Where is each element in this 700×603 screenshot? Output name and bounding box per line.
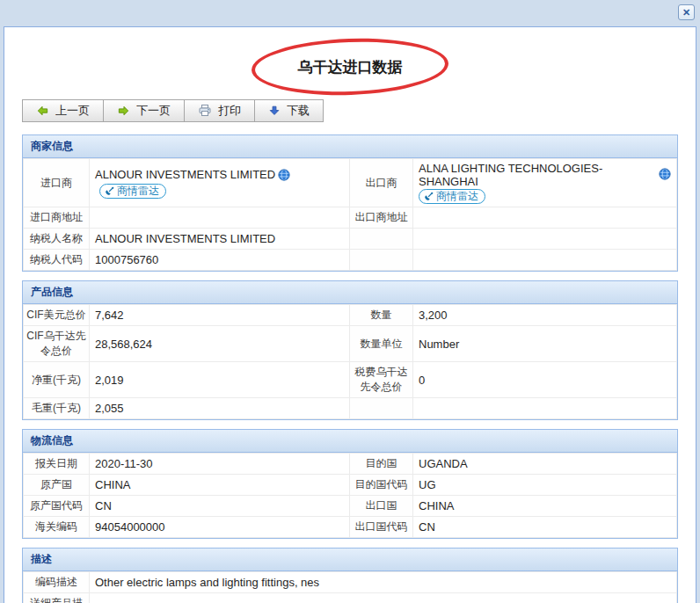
prev-page-label: 上一页 (55, 103, 90, 119)
hs-code-value: 94054000000 (90, 517, 350, 538)
empty-cell (413, 250, 677, 271)
exporter-value: ALNA LIGHTING TECHNOLOGIES-SHANGHAI (419, 162, 656, 188)
code-description-label: 编码描述 (24, 572, 90, 593)
origin-code-value: CN (90, 496, 350, 517)
section-merchant-header: 商家信息 (23, 135, 677, 158)
empty-cell (350, 398, 413, 419)
dialog-panel: 乌干达进口数据 上一页 下一页 打印 下载 商家信息 进口商 ALNOUR IN… (4, 26, 696, 603)
empty-cell (413, 229, 677, 250)
section-description: 描述 编码描述 Other electric lamps and lightin… (22, 548, 678, 603)
page-title: 乌干达进口数据 (298, 57, 403, 77)
section-product: 产品信息 CIF美元总价 7,642 数量 3,200 CIF乌干达先令总价 2… (22, 280, 678, 420)
quantity-unit-value: Number (413, 326, 677, 362)
table-row: 纳税人名称 ALNOUR INVESTMENTS LIMITED (24, 229, 677, 250)
table-row: CIF美元总价 7,642 数量 3,200 (24, 305, 677, 326)
export-code-label: 出口国代码 (350, 517, 413, 538)
quantity-label: 数量 (350, 305, 413, 326)
section-product-header: 产品信息 (23, 281, 677, 304)
cif-usd-value: 7,642 (90, 305, 350, 326)
hs-code-label: 海关编码 (24, 517, 90, 538)
blue-down-arrow-icon (268, 105, 281, 117)
empty-cell (350, 250, 413, 271)
origin-country-label: 原产国 (24, 475, 90, 496)
table-row: CIF乌干达先令总价 28,568,624 数量单位 Number (24, 326, 677, 362)
empty-cell (413, 398, 677, 419)
radar-badge[interactable]: 商情雷达 (99, 184, 166, 199)
green-left-arrow-icon (36, 105, 49, 118)
export-country-label: 出口国 (350, 496, 413, 517)
title-zone: 乌干达进口数据 (4, 41, 696, 92)
table-row: 原产国 CHINA 目的国代码 UG (24, 475, 677, 496)
dest-country-value: UGANDA (413, 454, 677, 475)
empty-cell (350, 229, 413, 250)
importer-value-cell: ALNOUR INVESTMENTS LIMITED商情雷达 (90, 159, 350, 207)
section-description-header: 描述 (23, 549, 677, 571)
close-button[interactable]: ✕ (678, 4, 695, 20)
table-row: 纳税人代码 1000756760 (24, 250, 677, 271)
close-icon: ✕ (682, 7, 690, 18)
table-row: 净重(千克) 2,019 税费乌干达先令总价 0 (24, 362, 677, 398)
importer-value: ALNOUR INVESTMENTS LIMITED (95, 168, 275, 181)
detail-description-label: 详细产品描述 (24, 593, 90, 603)
radar-badge[interactable]: 商情雷达 (419, 189, 485, 204)
taxpayer-name-value: ALNOUR INVESTMENTS LIMITED (90, 229, 350, 250)
satellite-dish-icon (423, 191, 434, 202)
radar-label: 商情雷达 (117, 184, 159, 199)
section-logistics: 物流信息 报关日期 2020-11-30 目的国 UGANDA 原产国 CHIN… (22, 429, 678, 539)
exporter-value-cell: ALNA LIGHTING TECHNOLOGIES-SHANGHAI 商情雷达 (413, 159, 677, 207)
tax-ugx-label: 税费乌干达先令总价 (350, 362, 413, 398)
origin-country-value: CHINA (90, 475, 350, 496)
next-page-button[interactable]: 下一页 (103, 99, 185, 122)
declare-date-label: 报关日期 (24, 454, 90, 475)
dest-code-value: UG (413, 475, 677, 496)
quantity-value: 3,200 (413, 305, 677, 326)
product-table: CIF美元总价 7,642 数量 3,200 CIF乌干达先令总价 28,568… (23, 304, 677, 419)
toolbar: 上一页 下一页 打印 下载 (22, 99, 696, 122)
quantity-unit-label: 数量单位 (350, 326, 413, 362)
tax-ugx-value: 0 (413, 362, 677, 398)
section-merchant: 商家信息 进口商 ALNOUR INVESTMENTS LIMITED商情雷达 … (22, 134, 678, 272)
print-button[interactable]: 打印 (184, 99, 255, 122)
detail-description-value: LPDL-5A-Y- 2700K LED DOWN LIGHT LPDL-5A-… (90, 593, 677, 603)
taxpayer-code-label: 纳税人代码 (24, 250, 90, 271)
table-row: 原产国代码 CN 出口国 CHINA (24, 496, 677, 517)
table-row: 海关编码 94054000000 出口国代码 CN (24, 517, 677, 538)
green-right-arrow-icon (117, 105, 130, 118)
importer-address-label: 进口商地址 (24, 207, 90, 229)
declare-date-value: 2020-11-30 (90, 454, 350, 475)
download-button[interactable]: 下载 (254, 99, 324, 122)
download-label: 下载 (287, 103, 310, 119)
importer-label: 进口商 (24, 159, 90, 207)
printer-icon (198, 104, 212, 118)
exporter-label: 出口商 (350, 159, 413, 207)
taxpayer-name-label: 纳税人名称 (24, 229, 90, 250)
gross-weight-label: 毛重(千克) (24, 398, 90, 419)
table-row: 毛重(千克) 2,055 (24, 398, 677, 419)
cif-ugx-value: 28,568,624 (90, 326, 350, 362)
cif-usd-label: CIF美元总价 (24, 305, 90, 326)
logistics-table: 报关日期 2020-11-30 目的国 UGANDA 原产国 CHINA 目的国… (23, 453, 677, 538)
taxpayer-code-value: 1000756760 (90, 250, 350, 271)
dest-country-label: 目的国 (350, 454, 413, 475)
export-country-value: CHINA (413, 496, 677, 517)
next-page-label: 下一页 (136, 103, 171, 119)
net-weight-value: 2,019 (90, 362, 350, 398)
table-row: 进口商地址 出口商地址 (24, 207, 677, 229)
importer-address-value (90, 207, 350, 229)
cif-ugx-label: CIF乌干达先令总价 (24, 326, 90, 362)
prev-page-button[interactable]: 上一页 (22, 99, 104, 122)
net-weight-label: 净重(千克) (24, 362, 90, 398)
exporter-address-value (413, 207, 677, 229)
globe-icon[interactable] (278, 169, 290, 184)
table-row: 进口商 ALNOUR INVESTMENTS LIMITED商情雷达 出口商 A… (24, 159, 677, 207)
table-row: 编码描述 Other electric lamps and lighting f… (24, 572, 677, 593)
gross-weight-value: 2,055 (90, 398, 350, 419)
export-code-value: CN (413, 517, 677, 538)
section-logistics-header: 物流信息 (23, 430, 677, 453)
satellite-dish-icon (104, 185, 115, 197)
table-row: 详细产品描述 LPDL-5A-Y- 2700K LED DOWN LIGHT L… (24, 593, 677, 603)
description-table: 编码描述 Other electric lamps and lighting f… (23, 571, 677, 603)
globe-icon[interactable] (659, 168, 671, 183)
radar-label: 商情雷达 (436, 189, 478, 204)
exporter-address-label: 出口商地址 (350, 207, 413, 229)
